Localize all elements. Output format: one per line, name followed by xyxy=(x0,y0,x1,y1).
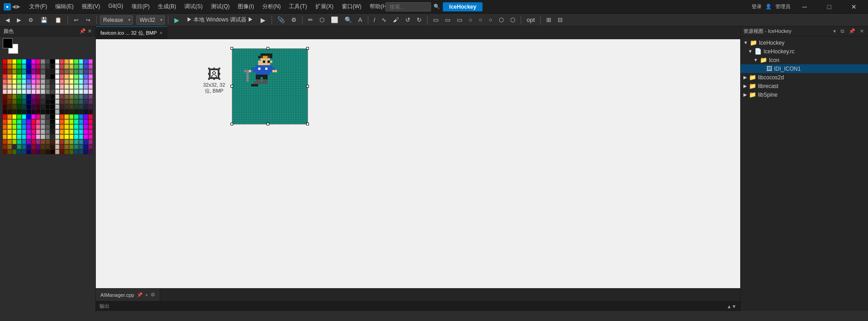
color-swatch[interactable] xyxy=(60,150,64,154)
curve-icon[interactable]: ∿ xyxy=(379,16,389,24)
color-swatch[interactable] xyxy=(12,69,16,74)
color-swatch[interactable] xyxy=(60,104,64,109)
menu-file[interactable]: 文件(F) xyxy=(26,2,51,11)
color-swatch[interactable] xyxy=(26,89,31,94)
color-swatch[interactable] xyxy=(22,89,26,94)
color-swatch[interactable] xyxy=(84,109,88,114)
color-swatch[interactable] xyxy=(79,84,83,89)
color-swatch[interactable] xyxy=(36,140,40,144)
color-swatch[interactable] xyxy=(17,104,21,109)
color-swatch[interactable] xyxy=(46,109,50,114)
color-swatch[interactable] xyxy=(36,145,40,149)
color-swatch[interactable] xyxy=(69,74,73,79)
color-swatch[interactable] xyxy=(46,69,50,74)
color-swatch[interactable] xyxy=(55,150,59,154)
color-swatch[interactable] xyxy=(74,109,78,114)
foreground-color[interactable] xyxy=(3,38,13,48)
color-swatch[interactable] xyxy=(84,124,88,129)
color-swatch[interactable] xyxy=(79,104,83,109)
color-swatch[interactable] xyxy=(55,64,59,69)
nav-back[interactable]: ◀ xyxy=(12,4,16,10)
color-swatch[interactable] xyxy=(46,129,50,134)
redo-btn[interactable]: ↪ xyxy=(83,16,93,24)
color-swatch[interactable] xyxy=(46,79,50,84)
color-swatch[interactable] xyxy=(60,69,64,74)
color-swatch[interactable] xyxy=(50,59,54,64)
color-swatch[interactable] xyxy=(84,145,88,149)
color-swatch[interactable] xyxy=(17,129,21,134)
color-swatch[interactable] xyxy=(79,119,83,124)
color-swatch[interactable] xyxy=(22,150,26,154)
color-swatch[interactable] xyxy=(50,79,54,84)
color-swatch[interactable] xyxy=(79,69,83,74)
color-swatch[interactable] xyxy=(7,119,11,124)
color-swatch[interactable] xyxy=(36,74,40,79)
color-swatch[interactable] xyxy=(69,99,73,104)
run-btn2[interactable]: ▶ xyxy=(258,16,268,25)
color-swatch[interactable] xyxy=(60,145,64,149)
color-swatch[interactable] xyxy=(50,104,54,109)
color-swatch[interactable] xyxy=(36,59,40,64)
color-swatch[interactable] xyxy=(79,140,83,144)
color-swatch[interactable] xyxy=(31,59,36,64)
color-swatch[interactable] xyxy=(26,124,31,129)
color-swatch[interactable] xyxy=(60,129,64,134)
color-swatch[interactable] xyxy=(89,64,93,69)
color-swatch[interactable] xyxy=(36,79,40,84)
color-swatch[interactable] xyxy=(69,69,73,74)
color-swatch[interactable] xyxy=(41,59,45,64)
color-swatch[interactable] xyxy=(50,109,54,114)
color-swatch[interactable] xyxy=(3,59,7,64)
line-icon[interactable]: / xyxy=(371,16,378,24)
color-swatch[interactable] xyxy=(46,140,50,144)
color-swatch[interactable] xyxy=(31,104,36,109)
color-swatch[interactable] xyxy=(41,89,45,94)
menu-test[interactable]: 测试(Q) xyxy=(207,2,233,11)
color-swatch[interactable] xyxy=(50,89,54,94)
color-swatch[interactable] xyxy=(74,150,78,154)
color-swatch[interactable] xyxy=(60,74,64,79)
color-swatch[interactable] xyxy=(26,150,31,154)
color-swatch[interactable] xyxy=(36,109,40,114)
color-swatch[interactable] xyxy=(69,114,73,119)
color-swatch[interactable] xyxy=(31,119,36,124)
color-swatch[interactable] xyxy=(74,69,78,74)
color-swatch[interactable] xyxy=(31,150,36,154)
color-swatch[interactable] xyxy=(12,64,16,69)
color-swatch[interactable] xyxy=(89,135,93,139)
color-swatch[interactable] xyxy=(69,129,73,134)
color-swatch[interactable] xyxy=(69,140,73,144)
color-swatch[interactable] xyxy=(64,99,68,104)
polygon2-icon[interactable]: ⬡ xyxy=(508,16,518,24)
color-swatch[interactable] xyxy=(26,74,31,79)
color-swatch[interactable] xyxy=(89,129,93,134)
color-swatch[interactable] xyxy=(3,119,7,124)
color-swatch[interactable] xyxy=(31,79,36,84)
zoom-icon[interactable]: 🔍 xyxy=(342,16,354,24)
color-swatch[interactable] xyxy=(26,109,31,114)
color-swatch[interactable] xyxy=(41,114,45,119)
color-swatch[interactable] xyxy=(60,64,64,69)
color-swatch[interactable] xyxy=(3,64,7,69)
color-swatch[interactable] xyxy=(22,64,26,69)
color-swatch[interactable] xyxy=(50,84,54,89)
color-swatch[interactable] xyxy=(12,140,16,144)
tree-item[interactable]: ▶📁libSpine xyxy=(741,90,868,99)
color-swatch[interactable] xyxy=(31,64,36,69)
favicon-tab[interactable]: favicon.ico ... 32 位, BMP × xyxy=(96,26,167,39)
color-swatch[interactable] xyxy=(89,140,93,144)
menu-debug[interactable]: 调试(S) xyxy=(181,2,206,11)
color-swatch[interactable] xyxy=(60,124,64,129)
color-swatch[interactable] xyxy=(36,114,40,119)
color-swatch[interactable] xyxy=(46,145,50,149)
color-swatch[interactable] xyxy=(17,109,21,114)
color-swatch[interactable] xyxy=(55,129,59,134)
tree-item[interactable]: 🖼IDI_ICON1 xyxy=(741,64,868,73)
color-swatch[interactable] xyxy=(26,114,31,119)
color-swatch[interactable] xyxy=(55,94,59,99)
color-swatch[interactable] xyxy=(26,145,31,149)
menu-edit[interactable]: 编辑(E) xyxy=(52,2,77,11)
color-swatch[interactable] xyxy=(22,84,26,89)
color-swatch[interactable] xyxy=(74,64,78,69)
color-swatch[interactable] xyxy=(41,150,45,154)
